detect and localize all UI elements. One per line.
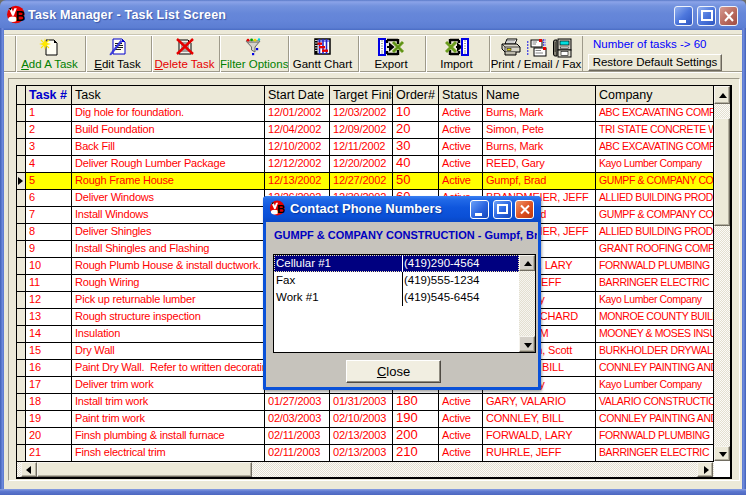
- svg-text:B: B: [15, 9, 25, 24]
- svg-text:B: B: [277, 203, 285, 215]
